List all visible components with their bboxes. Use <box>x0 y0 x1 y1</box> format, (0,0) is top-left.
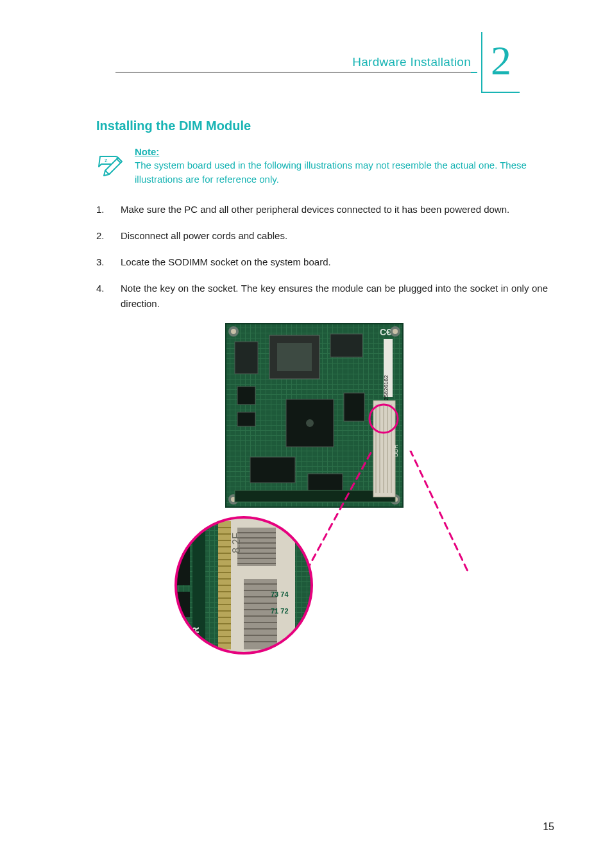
svg-point-18 <box>306 419 314 427</box>
svg-rect-16 <box>235 342 258 374</box>
pin-label: 71 72 <box>271 607 289 615</box>
svg-rect-15 <box>330 334 362 357</box>
svg-rect-14 <box>277 343 312 371</box>
note-pencil-icon: z <box>96 147 126 177</box>
svg-line-33 <box>395 451 468 572</box>
note-block: z Note: The system board used in the fol… <box>96 146 548 187</box>
svg-rect-26 <box>373 401 395 497</box>
note-label: Note: <box>135 146 548 157</box>
step-item: Locate the SODIMM socket on the system b… <box>96 255 548 269</box>
section-title: Installing the DIM Module <box>96 119 548 133</box>
figure: 000125826162 DDR C€ <box>96 322 548 656</box>
svg-text:z: z <box>105 156 108 163</box>
pin-label: 73 74 <box>271 590 289 598</box>
socket-label: DDR <box>393 444 399 457</box>
chapter-number: 2 <box>491 40 511 81</box>
install-steps-list: Make sure the PC and all other periphera… <box>96 202 548 311</box>
svg-rect-20 <box>237 412 255 426</box>
svg-rect-24 <box>235 490 395 502</box>
note-body: The system board used in the following i… <box>135 160 527 185</box>
svg-rect-22 <box>250 457 295 483</box>
chapter-title: Hardware Installation <box>352 55 471 69</box>
step-item: Make sure the PC and all other periphera… <box>96 202 548 217</box>
chapter-number-box: 2 <box>481 32 520 93</box>
ce-mark-icon: C€ <box>380 327 391 337</box>
svg-rect-21 <box>344 393 364 421</box>
page-header: Hardware Installation 2 <box>58 32 554 83</box>
header-rule <box>115 72 477 73</box>
svg-point-10 <box>393 329 398 334</box>
svg-rect-19 <box>237 387 255 405</box>
system-board-image: 000125826162 DDR C€ <box>225 322 404 508</box>
svg-rect-80 <box>176 534 190 585</box>
svg-rect-79 <box>192 528 205 643</box>
step-item: Note the key on the socket. The key ensu… <box>96 281 548 311</box>
zoom-label: 8.2F <box>231 533 242 553</box>
page-number: 15 <box>543 821 554 833</box>
step-item: Disconnect all power cords and cables. <box>96 228 548 243</box>
socket-zoom-image: 8.2F 73 74 71 72 DDR <box>173 515 314 656</box>
header-rule-accent <box>471 72 477 73</box>
svg-point-9 <box>231 329 236 334</box>
